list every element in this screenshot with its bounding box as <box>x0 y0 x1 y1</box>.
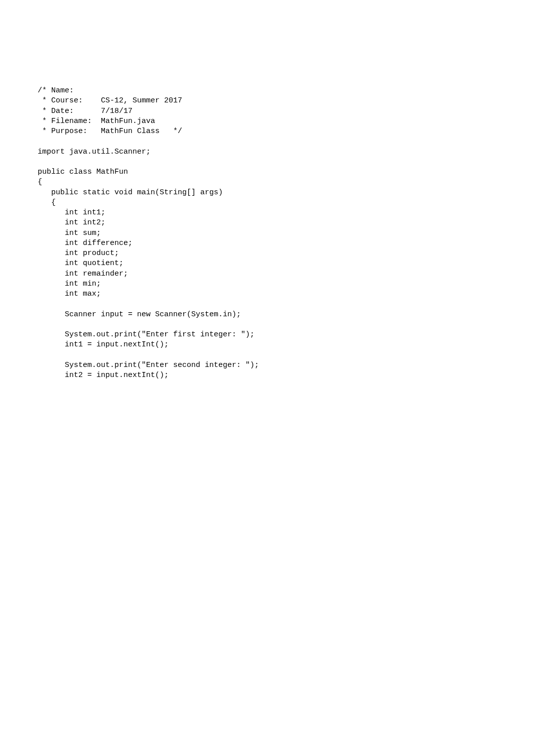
code-listing: /* Name: * Course: CS-12, Summer 2017 * … <box>38 86 495 381</box>
